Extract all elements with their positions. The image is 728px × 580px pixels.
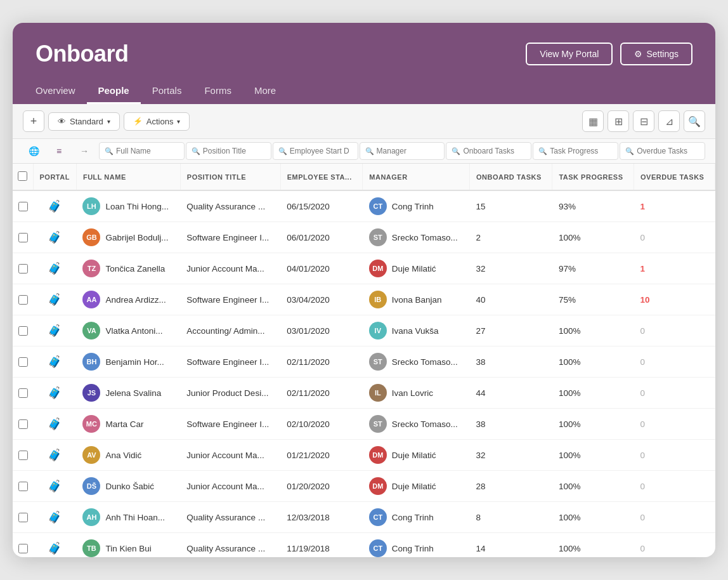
search-icon: 🔍: [192, 147, 200, 155]
row-checkbox[interactable]: [13, 440, 33, 471]
toolbar: + 👁 Standard ▾ ⚡ Actions ▾ ▦ ⊞ ⊟ ⊿ 🔍: [13, 104, 715, 139]
row-onboard-tasks: 40: [469, 284, 552, 315]
row-portal: 🧳: [33, 440, 76, 471]
overdue-filter[interactable]: 🔍: [620, 142, 705, 160]
position-filter-input[interactable]: [203, 147, 266, 155]
settings-button[interactable]: ⚙ Settings: [620, 43, 692, 65]
row-fullname: VA Vlatka Antoni...: [76, 315, 180, 346]
row-checkbox[interactable]: [13, 502, 33, 533]
select-all-checkbox[interactable]: [18, 171, 27, 181]
row-checkbox[interactable]: [13, 346, 33, 378]
tab-people[interactable]: People: [87, 79, 141, 104]
row-checkbox[interactable]: [13, 284, 33, 315]
eye-icon: 👁: [58, 117, 66, 126]
overdue-filter-input[interactable]: [637, 147, 699, 155]
row-position: Software Engineer I...: [180, 222, 280, 253]
portal-icon: 🧳: [39, 541, 70, 555]
table-row: 🧳 AA Andrea Ardizz... Software Engineer …: [13, 284, 715, 315]
search-button[interactable]: 🔍: [684, 110, 705, 132]
row-portal: 🧳: [33, 222, 76, 253]
manager-filter-input[interactable]: [377, 147, 439, 155]
avatar: TZ: [82, 260, 100, 277]
arrow-icon: →: [74, 142, 95, 161]
col-manager: MANAGER: [363, 164, 470, 190]
row-task-progress: 100%: [552, 440, 634, 471]
task-progress-filter[interactable]: 🔍: [533, 142, 618, 160]
row-manager: ST Srecko Tomaso...: [363, 222, 470, 253]
tab-portals[interactable]: Portals: [141, 79, 193, 104]
view-portal-button[interactable]: View My Portal: [526, 43, 613, 65]
row-checkbox[interactable]: [13, 471, 33, 502]
row-position: Quality Assurance ...: [180, 533, 280, 558]
row-portal: 🧳: [33, 533, 76, 558]
columns-button[interactable]: ⊞: [608, 110, 629, 132]
header: Onboard View My Portal ⚙ Settings Overvi…: [13, 23, 715, 104]
row-task-progress: 97%: [552, 253, 634, 284]
avatar: JS: [82, 384, 100, 402]
row-start-date: 04/01/2020: [280, 253, 363, 284]
row-portal: 🧳: [33, 409, 76, 440]
portal-icon: 🧳: [39, 261, 70, 275]
row-position: Quality Assurance ...: [180, 502, 280, 533]
manager-avatar: DM: [369, 260, 387, 277]
avatar: TB: [82, 539, 100, 557]
manager-avatar: ST: [369, 415, 387, 433]
table-row: 🧳 DŠ Dunko Šabić Junior Account Ma... 01…: [13, 471, 715, 502]
row-overdue-tasks: 0: [634, 533, 715, 558]
search-icon: 🔍: [625, 147, 634, 155]
row-checkbox[interactable]: [13, 533, 33, 558]
filter-button[interactable]: ⊿: [658, 110, 680, 132]
position-filter[interactable]: 🔍: [186, 142, 271, 160]
avatar: AA: [82, 291, 100, 308]
actions-dropdown[interactable]: ⚡ Actions ▾: [124, 112, 190, 131]
row-position: Junior Product Desi...: [180, 378, 280, 409]
layout-button[interactable]: ⊟: [633, 110, 654, 132]
chart-bar-button[interactable]: ▦: [582, 110, 604, 132]
row-position: Software Engineer I...: [180, 409, 280, 440]
tab-overview[interactable]: Overview: [36, 79, 87, 104]
manager-avatar: CT: [369, 508, 387, 526]
avatar: AV: [82, 446, 100, 464]
onboard-tasks-filter-input[interactable]: [463, 147, 526, 155]
row-checkbox[interactable]: [13, 190, 33, 222]
onboard-tasks-filter[interactable]: 🔍: [446, 142, 531, 160]
col-portal: PORTAL: [33, 164, 76, 190]
table-row: 🧳 TZ Tončica Zanella Junior Account Ma..…: [13, 253, 715, 284]
row-portal: 🧳: [33, 284, 76, 315]
row-checkbox[interactable]: [13, 222, 33, 253]
fullname-filter[interactable]: 🔍: [99, 142, 185, 160]
start-filter-input[interactable]: [290, 147, 353, 155]
tab-forms[interactable]: Forms: [193, 79, 243, 104]
row-fullname: AH Anh Thi Hoan...: [76, 502, 180, 533]
portal-icon: 🧳: [39, 230, 70, 244]
add-button[interactable]: +: [23, 110, 44, 132]
manager-filter[interactable]: 🔍: [360, 142, 445, 160]
fullname-filter-input[interactable]: [116, 147, 179, 155]
search-icon: 🔍: [538, 147, 547, 155]
task-progress-filter-input[interactable]: [550, 147, 613, 155]
row-start-date: 03/04/2020: [280, 284, 363, 315]
table-row: 🧳 AV Ana Vidić Junior Account Ma... 01/2…: [13, 440, 715, 471]
app-title: Onboard: [36, 41, 129, 67]
row-task-progress: 100%: [552, 471, 634, 502]
people-table: PORTAL FULL NAME POSITION TITLE EMPLOYEE…: [13, 164, 715, 557]
row-onboard-tasks: 15: [469, 190, 552, 222]
manager-avatar: ST: [369, 228, 387, 246]
manager-avatar: CT: [369, 539, 387, 557]
row-checkbox[interactable]: [13, 315, 33, 346]
row-portal: 🧳: [33, 315, 76, 346]
row-checkbox[interactable]: [13, 378, 33, 409]
row-manager: DM Duje Milatić: [363, 440, 470, 471]
tab-more[interactable]: More: [243, 79, 287, 104]
row-overdue-tasks: 0: [634, 409, 715, 440]
row-checkbox[interactable]: [13, 253, 33, 284]
row-overdue-tasks: 10: [634, 284, 715, 315]
row-checkbox[interactable]: [13, 409, 33, 440]
header-buttons: View My Portal ⚙ Settings: [526, 43, 692, 65]
row-fullname: MC Marta Car: [76, 409, 180, 440]
standard-dropdown[interactable]: 👁 Standard ▾: [48, 112, 120, 131]
row-position: Software Engineer I...: [180, 346, 280, 378]
row-position: Junior Account Ma...: [180, 440, 280, 471]
row-fullname: TZ Tončica Zanella: [76, 253, 180, 284]
start-filter[interactable]: 🔍: [273, 142, 358, 160]
